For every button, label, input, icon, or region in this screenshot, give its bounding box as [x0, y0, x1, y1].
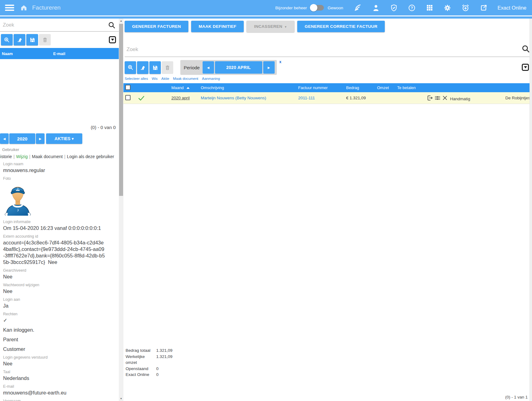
genereer-facturen-button[interactable]: GENEREER FACTUREN [125, 21, 188, 32]
main-toolbar: GENEREER FACTUREN MAAK DEFINITIEF INCASS… [123, 19, 532, 32]
export-icon[interactable] [427, 95, 433, 101]
save-button[interactable] [149, 61, 161, 74]
toggle-knob[interactable] [310, 4, 317, 11]
toggle-left-label: Bijzonder beheer [275, 6, 307, 10]
periode-value-button[interactable]: 2020 APRIL [215, 61, 262, 74]
selecteer-alles-link[interactable]: Selecteer alles [125, 77, 148, 80]
periode-prev-button[interactable]: ◀ [203, 61, 214, 74]
bijzonder-beheer-toggle[interactable] [311, 5, 324, 11]
wijze-label: Handmatig [450, 95, 470, 101]
factuur-nummer-link[interactable]: 2011-111 [298, 96, 315, 100]
x-icon[interactable] [442, 95, 448, 101]
field-label: Gearchiveerd [3, 268, 119, 273]
omschrijving-link[interactable]: Marteijn Nouwens (Betty Nouwens) [201, 96, 266, 100]
delete-button[interactable] [39, 34, 51, 45]
external-link-icon[interactable] [480, 4, 487, 12]
column-te-betalen[interactable]: Te betalen [397, 85, 427, 90]
scrollbar-down-arrow[interactable]: ▼ [119, 396, 123, 401]
sidebar-toolbar [0, 32, 119, 48]
login-als-gebruiker-link[interactable]: Login als deze gebruiker [67, 154, 114, 159]
administratie-label: De Robijntjes [493, 96, 532, 100]
total-value: 1.321,09 [156, 354, 173, 366]
eraser-button[interactable] [137, 61, 148, 74]
field-rechten: Rechten ✓ [3, 312, 119, 324]
alarm-plus-icon[interactable] [461, 4, 470, 12]
field-value: mnouwens@future-earth.eu [3, 390, 119, 396]
aktie-link[interactable]: Aktie [161, 77, 169, 80]
year-button[interactable]: 2020 [9, 133, 35, 144]
total-row: Bedrag totaal1.321,09 [126, 347, 173, 354]
row-icons-cell: Handmatig [427, 95, 493, 101]
zoom-in-button[interactable] [1, 34, 13, 45]
filter-icon[interactable] [522, 64, 529, 71]
scrollbar-thumb[interactable] [119, 24, 123, 196]
column-maand[interactable]: Maand [171, 85, 201, 90]
delete-button[interactable] [162, 61, 173, 74]
column-email[interactable]: E-mail [53, 51, 65, 56]
topbar-substrip [0, 16, 532, 19]
akties-dropdown-button[interactable]: AKTIES ▾ [46, 133, 82, 144]
historie-link[interactable]: Historie [0, 154, 12, 159]
total-value: 0 [156, 366, 159, 372]
field-value: Nee [3, 274, 119, 280]
periode-next-button[interactable]: ▶ [263, 61, 275, 74]
main-search-row [125, 43, 531, 57]
parent-text: Parent [3, 336, 119, 343]
maand-link[interactable]: 2020 april [171, 96, 190, 100]
row-checkbox[interactable] [125, 95, 131, 100]
maak-definitief-button[interactable]: MAAK DEFINITIEF [191, 21, 244, 32]
column-naam[interactable]: Naam [0, 51, 53, 56]
field-label: Login naam [3, 162, 119, 166]
help-icon[interactable]: ? [408, 4, 416, 12]
home-icon[interactable] [20, 4, 28, 11]
save-button[interactable] [26, 34, 38, 45]
topbar: Factureren Bijzonder beheer Gewoon ? [0, 0, 532, 19]
hamburger-menu-icon[interactable] [5, 5, 14, 11]
field-value: account={4c3c8ec6-7df4-4805-b34a-c2d43e4… [3, 239, 105, 265]
link-separator: | [64, 154, 66, 159]
periode-remove-button[interactable]: x [279, 60, 281, 64]
genereer-correctie-factuur-button[interactable]: GENEREER CORRECTIE FACTUUR [297, 21, 385, 32]
field-taal: Taal Nederlands [3, 370, 119, 382]
row-omschrijving-cell: Marteijn Nouwens (Betty Nouwens) [201, 96, 298, 100]
maak-document-link[interactable]: Maak document [32, 154, 63, 159]
prev-year-button[interactable]: ◀ [0, 133, 9, 144]
column-omzet[interactable]: Omzet [377, 85, 397, 90]
zoom-in-button[interactable] [125, 61, 136, 74]
maak-document-link[interactable]: Maak document [173, 77, 198, 80]
select-all-checkbox[interactable] [125, 85, 131, 90]
field-value: Nee [3, 360, 119, 367]
main-filter-row: Periode ◀ 2020 APRIL ▶ x [123, 60, 532, 75]
wijzig-link[interactable]: Wijzig [16, 154, 28, 159]
list-icon[interactable] [434, 95, 441, 101]
filter-icon[interactable] [109, 36, 116, 43]
customer-text: Customer [3, 346, 119, 352]
scrollbar-up-arrow[interactable]: ▲ [119, 19, 123, 23]
ribbon-icon[interactable] [354, 4, 362, 12]
main-scrollbar[interactable] [530, 19, 532, 401]
column-omschrijving[interactable]: Omschrijving [201, 85, 298, 90]
column-factuur-nummer[interactable]: Factuur nummer [298, 85, 346, 90]
search-icon[interactable] [108, 21, 116, 30]
wis-link[interactable]: Wis [152, 77, 157, 80]
sidebar-scrollbar[interactable]: ▲ ▼ [119, 19, 123, 401]
incasseren-button[interactable]: INCASSEREN▼ [247, 21, 294, 32]
sidebar-search-input[interactable] [0, 19, 102, 31]
field-label: E-mail [3, 384, 119, 389]
row-bedrag-cell: € 1.321,09 [346, 96, 377, 100]
eraser-button[interactable] [14, 34, 25, 45]
column-bedrag[interactable]: Bedrag [346, 85, 377, 90]
sidebar-search-row [0, 19, 119, 32]
main-search-input[interactable] [125, 43, 508, 56]
apps-grid-icon[interactable] [426, 4, 433, 11]
field-value: Ja [3, 303, 119, 309]
shield-check-icon[interactable] [390, 4, 398, 12]
aanmaning-link[interactable]: Aanmaning [202, 77, 220, 80]
total-value: 0 [156, 372, 159, 378]
settings-gear-icon[interactable] [444, 4, 451, 12]
next-year-button[interactable]: ▶ [36, 133, 45, 144]
user-icon[interactable] [372, 4, 380, 12]
search-icon[interactable] [521, 45, 530, 54]
link-separator: | [13, 154, 15, 159]
field-foto: Foto [3, 176, 119, 181]
